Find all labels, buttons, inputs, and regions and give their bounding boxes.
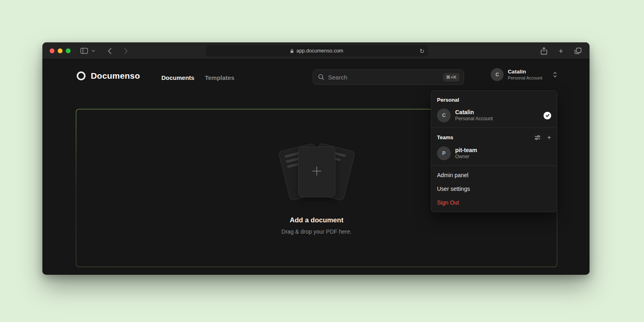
dropzone-subtitle: Drag & drop your PDF here.	[281, 228, 351, 235]
add-team-icon[interactable]: +	[547, 134, 551, 141]
menu-item-sign-out[interactable]: Sign Out	[431, 196, 557, 209]
browser-window: app.documenso.com ↻ +	[42, 42, 590, 275]
manage-teams-icon[interactable]	[534, 135, 541, 140]
sidebar-chevron-down-icon[interactable]	[92, 46, 97, 56]
personal-section-label: Personal	[431, 93, 557, 106]
history-nav	[105, 46, 131, 56]
search-icon	[318, 74, 324, 80]
menu-divider	[431, 128, 557, 128]
personal-account-text: Catalin Personal Account	[455, 109, 539, 122]
share-icon[interactable]	[539, 46, 549, 56]
document-stack-illustration	[270, 141, 363, 203]
toolbar-right-controls: +	[539, 42, 583, 59]
close-window-button[interactable]	[50, 48, 54, 53]
teams-section-header: Teams +	[431, 130, 557, 144]
brand-home-link[interactable]: Documenso	[76, 71, 140, 81]
selected-check-icon	[544, 112, 551, 119]
menu-item-user-settings[interactable]: User settings	[431, 182, 557, 196]
account-subtitle: Personal Account	[508, 75, 542, 81]
menu-item-admin-panel[interactable]: Admin panel	[431, 168, 557, 182]
menu-divider	[431, 165, 557, 166]
nav-templates[interactable]: Templates	[205, 74, 234, 81]
account-dropdown-menu: Personal C Catalin Personal Account Team…	[431, 90, 557, 212]
sidebar-toggle-icon[interactable]	[79, 46, 89, 56]
toolbar-left-controls	[79, 42, 131, 59]
brand-name: Documenso	[91, 71, 140, 81]
back-button[interactable]	[105, 46, 115, 56]
browser-toolbar: app.documenso.com ↻ +	[42, 42, 590, 59]
search-bar: ⌘+K	[313, 69, 464, 85]
team-role: Owner	[455, 154, 551, 160]
nav-documents[interactable]: Documents	[161, 74, 194, 81]
documenso-app: Documenso Documents Templates ⌘+K C	[42, 59, 590, 274]
personal-account-name: Catalin	[455, 109, 539, 116]
front-card	[298, 146, 335, 197]
tab-overview-icon[interactable]	[573, 46, 583, 56]
team-avatar: P	[437, 146, 451, 160]
teams-section-label: Teams	[437, 134, 534, 140]
plus-icon	[311, 165, 322, 178]
team-text: pit-team Owner	[455, 146, 551, 160]
dropzone-title: Add a document	[290, 216, 343, 224]
account-name: Catalin	[508, 69, 542, 75]
teams-actions: +	[534, 134, 551, 141]
minimize-window-button[interactable]	[58, 48, 63, 53]
zoom-window-button[interactable]	[66, 48, 71, 53]
chevron-up-down-icon	[553, 71, 557, 78]
account-text: Catalin Personal Account	[508, 69, 542, 81]
refresh-icon[interactable]: ↻	[419, 48, 424, 54]
search-input[interactable]	[328, 74, 443, 81]
documenso-logo-icon	[76, 71, 86, 81]
team-name: pit-team	[455, 146, 551, 154]
personal-account-subtitle: Personal Account	[455, 116, 539, 122]
address-text: app.documenso.com	[296, 48, 343, 54]
traffic-lights	[50, 48, 71, 53]
search-shortcut-badge: ⌘+K	[443, 73, 460, 82]
personal-account-item[interactable]: C Catalin Personal Account	[431, 106, 557, 125]
personal-avatar: C	[437, 109, 451, 122]
account-avatar: C	[491, 68, 504, 81]
forward-button[interactable]	[121, 46, 131, 56]
team-item[interactable]: P pit-team Owner	[431, 144, 557, 163]
address-bar[interactable]: app.documenso.com ↻	[206, 45, 428, 56]
padlock-icon	[290, 49, 294, 53]
new-tab-icon[interactable]: +	[556, 46, 566, 56]
account-menu-button[interactable]: C Catalin Personal Account	[491, 68, 557, 81]
main-nav: Documents Templates	[161, 59, 234, 96]
